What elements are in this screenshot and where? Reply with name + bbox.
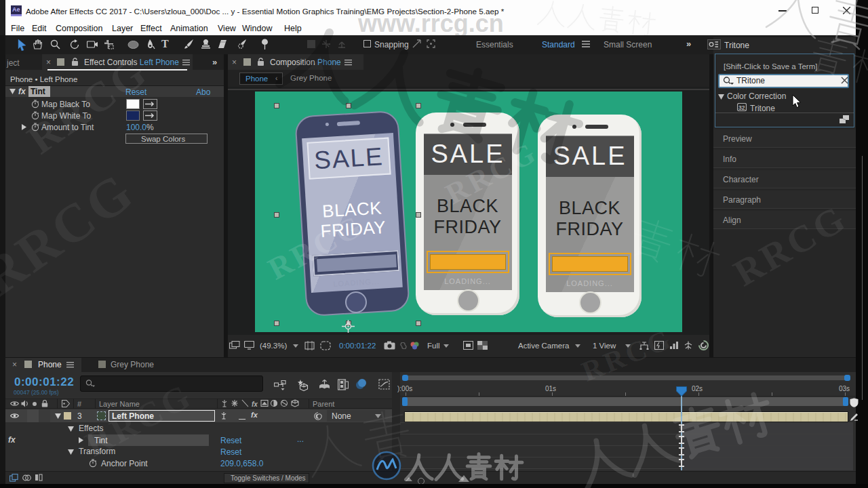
svg-text:32: 32	[738, 104, 745, 111]
svg-text:fx: fx	[252, 401, 258, 408]
